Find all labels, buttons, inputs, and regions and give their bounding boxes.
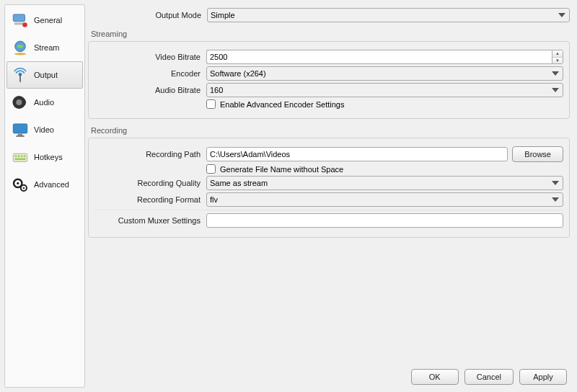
audio-bitrate-select[interactable]: 160 xyxy=(206,83,563,97)
svg-rect-0 xyxy=(13,14,25,22)
svg-rect-15 xyxy=(21,156,22,157)
svg-rect-11 xyxy=(16,135,24,137)
speaker-icon xyxy=(11,93,30,112)
browse-button[interactable]: Browse xyxy=(512,146,563,162)
recording-format-select[interactable]: flv xyxy=(206,192,563,207)
video-bitrate-spinner[interactable]: ▲▼ xyxy=(206,50,563,64)
output-mode-label: Output Mode xyxy=(88,11,207,19)
sidebar-item-advanced[interactable]: Advanced xyxy=(6,171,83,198)
footer: OK Cancel Apply xyxy=(88,363,570,386)
sidebar-item-general[interactable]: General xyxy=(6,6,83,34)
sidebar: General Stream Output Audio Video xyxy=(4,4,85,388)
svg-point-2 xyxy=(22,22,27,27)
recording-format-label: Recording Format xyxy=(94,195,206,204)
sidebar-item-video[interactable]: Video xyxy=(6,116,83,143)
recording-path-label: Recording Path xyxy=(94,150,206,159)
audio-bitrate-label: Audio Bitrate xyxy=(94,86,206,94)
gen-no-space-label: Generate File Name without Space xyxy=(220,165,343,174)
gears-icon xyxy=(11,175,30,194)
svg-rect-13 xyxy=(15,156,17,157)
keyboard-icon xyxy=(11,148,30,166)
svg-rect-10 xyxy=(18,134,23,135)
sidebar-item-output[interactable]: Output xyxy=(6,61,83,89)
svg-point-21 xyxy=(23,187,25,189)
sidebar-item-label: Video xyxy=(34,125,54,134)
encoder-select[interactable]: Software (x264) xyxy=(206,66,563,81)
sidebar-item-stream[interactable]: Stream xyxy=(6,34,83,61)
svg-rect-9 xyxy=(13,124,27,133)
ok-button[interactable]: OK xyxy=(411,369,459,385)
encoder-label: Encoder xyxy=(94,69,206,78)
streaming-group: Video Bitrate ▲▼ Encoder Software (x264)… xyxy=(88,41,570,119)
svg-rect-12 xyxy=(13,153,27,161)
custom-muxer-input[interactable] xyxy=(206,213,563,228)
antenna-icon xyxy=(11,66,30,84)
svg-rect-17 xyxy=(15,159,26,160)
recording-quality-label: Recording Quality xyxy=(94,179,206,187)
separator xyxy=(94,210,563,210)
enable-advanced-label: Enable Advanced Encoder Settings xyxy=(220,100,344,109)
svg-rect-16 xyxy=(24,156,25,157)
spin-down-icon[interactable]: ▼ xyxy=(552,58,563,64)
svg-point-19 xyxy=(17,182,19,184)
svg-rect-1 xyxy=(14,22,24,24)
recording-quality-select[interactable]: Same as stream xyxy=(206,176,563,190)
wrench-icon xyxy=(11,11,30,30)
recording-group: Recording Path Browse Generate File Name… xyxy=(88,138,570,238)
custom-muxer-label: Custom Muxer Settings xyxy=(94,216,206,225)
sidebar-item-hotkeys[interactable]: Hotkeys xyxy=(6,143,83,171)
apply-button[interactable]: Apply xyxy=(519,369,567,385)
svg-rect-14 xyxy=(18,156,19,157)
recording-path-input[interactable] xyxy=(206,147,508,161)
spin-up-icon[interactable]: ▲ xyxy=(552,50,563,58)
streaming-section-title: Streaming xyxy=(91,30,570,38)
sidebar-item-label: Output xyxy=(34,71,58,79)
sidebar-item-label: General xyxy=(34,16,62,24)
spinner-buttons[interactable]: ▲▼ xyxy=(552,50,563,64)
output-mode-select[interactable]: Simple xyxy=(207,8,570,22)
sidebar-item-label: Audio xyxy=(34,98,54,107)
main-panel: Output Mode Simple Streaming Video Bitra… xyxy=(85,0,577,392)
video-bitrate-label: Video Bitrate xyxy=(94,53,206,61)
sidebar-item-label: Hotkeys xyxy=(34,153,63,161)
enable-advanced-checkbox[interactable] xyxy=(206,99,216,109)
gen-no-space-checkbox[interactable] xyxy=(206,164,216,174)
svg-point-4 xyxy=(14,53,26,55)
sidebar-item-label: Stream xyxy=(34,43,59,52)
monitor-icon xyxy=(11,120,30,139)
recording-section-title: Recording xyxy=(91,126,570,135)
video-bitrate-input[interactable] xyxy=(206,50,552,64)
globe-icon xyxy=(11,38,30,57)
svg-point-8 xyxy=(16,99,22,105)
sidebar-item-label: Advanced xyxy=(34,180,69,189)
cancel-button[interactable]: Cancel xyxy=(464,369,514,385)
sidebar-item-audio[interactable]: Audio xyxy=(6,89,83,116)
